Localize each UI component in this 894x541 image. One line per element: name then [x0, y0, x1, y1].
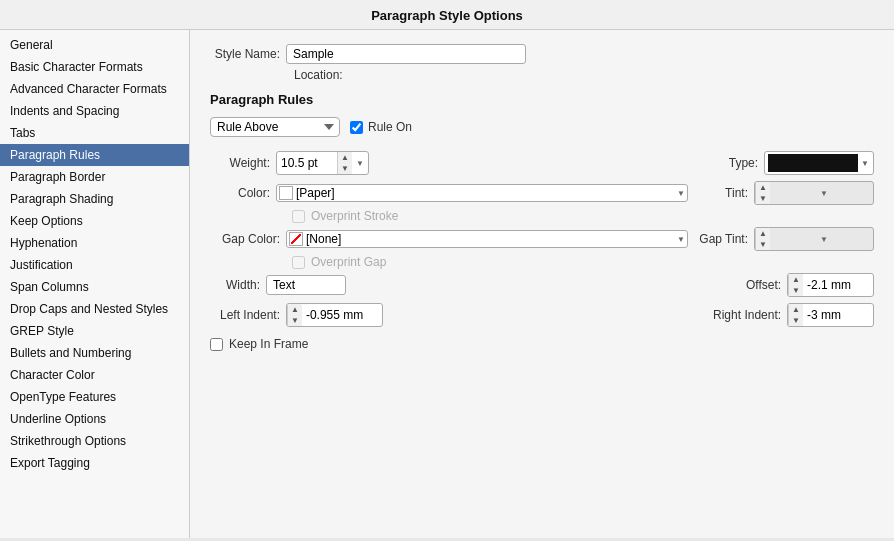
tint-spinner: ▲ ▼ ▼ [754, 181, 874, 205]
left-indent-input[interactable] [302, 306, 382, 324]
type-dropdown: ▼ [764, 151, 874, 175]
rule-on-row: Rule On [350, 120, 412, 134]
gap-tint-field: Gap Tint: ▲ ▼ ▼ [698, 227, 874, 251]
tint-input[interactable] [770, 184, 820, 202]
right-indent-arrows: ▲ ▼ [788, 304, 803, 326]
sidebar-item-underline-options[interactable]: Underline Options [0, 408, 189, 430]
tint-down-button[interactable]: ▼ [756, 193, 770, 204]
type-preview-bar [768, 154, 858, 172]
offset-field: Offset: ▲ ▼ [731, 273, 874, 297]
sidebar-item-hyphenation[interactable]: Hyphenation [0, 232, 189, 254]
sidebar-item-character-color[interactable]: Character Color [0, 364, 189, 386]
title-bar: Paragraph Style Options [0, 0, 894, 30]
overprint-gap-row: Overprint Gap [292, 255, 874, 269]
color-field: Color: [Paper] [None] Black ▼ [210, 184, 688, 202]
sidebar-item-bullets-numbering[interactable]: Bullets and Numbering [0, 342, 189, 364]
sidebar-item-grep-style[interactable]: GREP Style [0, 320, 189, 342]
gap-tint-spinner: ▲ ▼ ▼ [754, 227, 874, 251]
overprint-gap-checkbox[interactable] [292, 256, 305, 269]
left-indent-spinner: ▲ ▼ [286, 303, 383, 327]
right-indent-input[interactable] [803, 306, 873, 324]
keep-in-frame-label: Keep In Frame [229, 337, 308, 351]
gap-tint-arrows: ▲ ▼ [755, 228, 770, 250]
width-select[interactable]: Text Column Page [266, 275, 346, 295]
rule-select[interactable]: Rule Above Rule Below [210, 117, 340, 137]
weight-input[interactable] [277, 154, 337, 172]
sidebar-item-basic-char[interactable]: Basic Character Formats [0, 56, 189, 78]
rule-controls: Rule Above Rule Below Rule On [210, 117, 874, 137]
weight-dropdown-arrow[interactable]: ▼ [352, 159, 368, 168]
sidebar-item-keep-options[interactable]: Keep Options [0, 210, 189, 232]
left-indent-down-button[interactable]: ▼ [288, 315, 302, 326]
sidebar-item-justification[interactable]: Justification [0, 254, 189, 276]
color-arrow-icon: ▼ [677, 189, 685, 198]
location-row: Location: [294, 68, 874, 82]
sidebar-item-export-tagging[interactable]: Export Tagging [0, 452, 189, 474]
left-indent-up-button[interactable]: ▲ [288, 304, 302, 315]
tint-field: Tint: ▲ ▼ ▼ [698, 181, 874, 205]
color-dropdown: [Paper] [None] Black ▼ [276, 184, 688, 202]
gap-tint-arrow-icon[interactable]: ▼ [820, 235, 832, 244]
weight-label: Weight: [210, 156, 270, 170]
tint-up-button[interactable]: ▲ [756, 182, 770, 193]
gap-color-field: Gap Color: [None] [Paper] Black ▼ [210, 230, 688, 248]
gap-tint-label: Gap Tint: [698, 232, 748, 246]
sidebar-item-paragraph-border[interactable]: Paragraph Border [0, 166, 189, 188]
tint-label: Tint: [698, 186, 748, 200]
right-indent-spinner: ▲ ▼ [787, 303, 874, 327]
color-swatch [279, 186, 293, 200]
sidebar-item-tabs[interactable]: Tabs [0, 122, 189, 144]
offset-spinner: ▲ ▼ [787, 273, 874, 297]
sidebar-item-paragraph-shading[interactable]: Paragraph Shading [0, 188, 189, 210]
weight-down-button[interactable]: ▼ [338, 163, 352, 174]
offset-label: Offset: [731, 278, 781, 292]
sidebar-item-strikethrough-options[interactable]: Strikethrough Options [0, 430, 189, 452]
sidebar-item-drop-caps[interactable]: Drop Caps and Nested Styles [0, 298, 189, 320]
gap-tint-input[interactable] [770, 230, 820, 248]
weight-up-button[interactable]: ▲ [338, 152, 352, 163]
color-label: Color: [210, 186, 270, 200]
offset-arrows: ▲ ▼ [788, 274, 803, 296]
tint-arrow-icon[interactable]: ▼ [820, 189, 832, 198]
color-select[interactable]: [Paper] [None] Black [296, 186, 674, 200]
sidebar-item-paragraph-rules[interactable]: Paragraph Rules [0, 144, 189, 166]
left-indent-label: Left Indent: [210, 308, 280, 322]
offset-input[interactable] [803, 276, 873, 294]
right-indent-label: Right Indent: [713, 308, 781, 322]
style-name-label: Style Name: [210, 47, 280, 61]
style-name-input[interactable] [286, 44, 526, 64]
keep-in-frame-checkbox[interactable] [210, 338, 223, 351]
sidebar-item-advanced-char[interactable]: Advanced Character Formats [0, 78, 189, 100]
sidebar-item-indents-spacing[interactable]: Indents and Spacing [0, 100, 189, 122]
rule-on-checkbox[interactable] [350, 121, 363, 134]
width-field: Width: Text Column Page [210, 275, 346, 295]
gap-tint-down-button[interactable]: ▼ [756, 239, 770, 250]
sidebar-item-span-columns[interactable]: Span Columns [0, 276, 189, 298]
type-arrow-icon[interactable]: ▼ [861, 159, 873, 168]
right-indent-down-button[interactable]: ▼ [789, 315, 803, 326]
offset-down-button[interactable]: ▼ [789, 285, 803, 296]
overprint-stroke-row: Overprint Stroke [292, 209, 874, 223]
width-label: Width: [210, 278, 260, 292]
type-field: Type: ▼ [708, 151, 874, 175]
sidebar-item-opentype-features[interactable]: OpenType Features [0, 386, 189, 408]
right-indent-up-button[interactable]: ▲ [789, 304, 803, 315]
gap-color-arrow-icon: ▼ [677, 235, 685, 244]
sidebar: GeneralBasic Character FormatsAdvanced C… [0, 30, 190, 538]
style-name-row: Style Name: [210, 44, 874, 64]
weight-spinner: ▲ ▼ ▼ [276, 151, 369, 175]
overprint-stroke-checkbox[interactable] [292, 210, 305, 223]
offset-up-button[interactable]: ▲ [789, 274, 803, 285]
weight-field: Weight: ▲ ▼ ▼ [210, 151, 369, 175]
gap-color-select[interactable]: [None] [Paper] Black [306, 232, 674, 246]
weight-arrows: ▲ ▼ [337, 152, 352, 174]
gap-tint-up-button[interactable]: ▲ [756, 228, 770, 239]
left-indent-arrows: ▲ ▼ [287, 304, 302, 326]
content-area: Style Name: Location: Paragraph Rules Ru… [190, 30, 894, 538]
sidebar-item-general[interactable]: General [0, 34, 189, 56]
type-label: Type: [708, 156, 758, 170]
left-indent-field: Left Indent: ▲ ▼ [210, 303, 383, 327]
gap-color-label: Gap Color: [210, 232, 280, 246]
right-indent-field: Right Indent: ▲ ▼ [713, 303, 874, 327]
keep-in-frame-row: Keep In Frame [210, 337, 874, 351]
